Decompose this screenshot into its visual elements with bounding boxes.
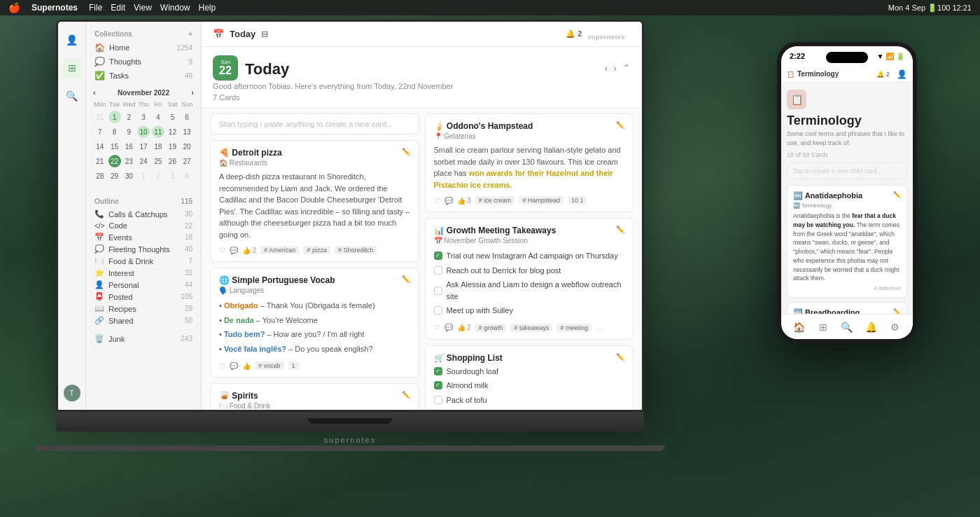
- outline-fleeting[interactable]: 💭 Fleeting Thoughts 40: [86, 243, 201, 255]
- cal-day-20[interactable]: 20: [181, 140, 193, 153]
- edit-icon[interactable]: ✏️: [402, 148, 410, 158]
- phone-profile-icon[interactable]: 👤: [897, 69, 907, 79]
- comment-icon-3[interactable]: 💬: [444, 197, 453, 205]
- cal-day-25[interactable]: 25: [152, 155, 164, 167]
- menu-view[interactable]: View: [134, 3, 152, 13]
- cal-day-1-next[interactable]: 1: [137, 170, 150, 182]
- comment-icon-4[interactable]: 💬: [444, 324, 453, 331]
- next-day[interactable]: ›: [613, 62, 617, 74]
- menu-window[interactable]: Window: [160, 3, 190, 13]
- cal-day-30[interactable]: 30: [122, 170, 135, 182]
- cal-day-22-today[interactable]: 22: [108, 155, 121, 167]
- cal-day-18[interactable]: 18: [152, 140, 164, 153]
- cal-day-6[interactable]: 6: [181, 111, 193, 123]
- todo-check-4[interactable]: [434, 306, 442, 315]
- calendar-next[interactable]: ›: [191, 88, 194, 97]
- heart-icon[interactable]: ♡: [219, 247, 225, 254]
- cal-day-24[interactable]: 24: [137, 155, 150, 167]
- phone-nav-home[interactable]: 🏠: [792, 320, 806, 334]
- phone-nav-bell[interactable]: 🔔: [864, 320, 878, 334]
- cal-day-29[interactable]: 29: [108, 170, 121, 182]
- outline-posted[interactable]: 📮 Posted 105: [86, 291, 201, 303]
- cal-day-3-next[interactable]: 3: [166, 170, 178, 182]
- phone-edit-icon-1[interactable]: ✏️: [893, 191, 901, 200]
- heart-icon-4[interactable]: ♡: [434, 324, 440, 331]
- prev-day[interactable]: ‹: [605, 62, 608, 74]
- sidebar-icon-search[interactable]: 🔍: [62, 86, 82, 106]
- cal-day-12[interactable]: 12: [166, 125, 178, 138]
- nav-thoughts[interactable]: 💭 Thoughts 9: [86, 55, 201, 69]
- comment-icon-2[interactable]: 💬: [230, 362, 238, 370]
- cal-day-5[interactable]: 5: [166, 111, 178, 123]
- cal-day-4-next[interactable]: 4: [181, 170, 193, 182]
- like-icon-4[interactable]: 👍 2: [457, 324, 471, 331]
- shop-check-1[interactable]: ✓: [434, 367, 442, 375]
- cal-day-2-next[interactable]: 2: [152, 170, 164, 182]
- nav-junk[interactable]: 🗑️ Junk 243: [86, 333, 201, 345]
- phone-edit-icon-2[interactable]: ✏️: [893, 308, 901, 314]
- calendar-prev[interactable]: ‹: [93, 88, 96, 97]
- cal-day-21[interactable]: 21: [94, 155, 106, 167]
- heart-icon-3[interactable]: ♡: [434, 197, 440, 205]
- user-avatar[interactable]: T: [64, 385, 80, 401]
- outline-personal[interactable]: 👤 Personal 44: [86, 279, 201, 291]
- outline-recipes[interactable]: 📖 Recipes 29: [86, 303, 201, 315]
- cal-day-15[interactable]: 15: [108, 140, 121, 153]
- notification-badge[interactable]: 🔔 2: [566, 29, 582, 39]
- edit-icon-3[interactable]: ✏️: [402, 391, 410, 401]
- edit-icon-4[interactable]: ✏️: [616, 121, 624, 131]
- todo-check-2[interactable]: [434, 266, 442, 275]
- cal-day-27[interactable]: 27: [181, 155, 193, 167]
- comment-icon[interactable]: 💬: [230, 247, 238, 254]
- sidebar-icon-grid[interactable]: ⊞: [62, 58, 82, 78]
- cal-day-14[interactable]: 14: [94, 140, 106, 153]
- collapse-icon[interactable]: ⌃: [622, 62, 631, 74]
- edit-icon-2[interactable]: ✏️: [402, 275, 410, 285]
- phone-nav-settings[interactable]: ⚙: [888, 320, 902, 334]
- edit-icon-5[interactable]: ✏️: [616, 226, 624, 235]
- phone-collection-name[interactable]: Terminology: [797, 70, 839, 78]
- menu-file[interactable]: File: [89, 3, 102, 13]
- outline-events[interactable]: 📅 Events 18: [86, 231, 201, 243]
- like-icon-3[interactable]: 👍 3: [457, 197, 471, 205]
- cal-day-16[interactable]: 16: [122, 140, 135, 153]
- cal-day-11[interactable]: 11: [152, 125, 164, 138]
- tab-today[interactable]: Today: [230, 29, 255, 39]
- cal-day-8[interactable]: 8: [108, 125, 121, 138]
- shop-check-3[interactable]: [434, 396, 442, 404]
- edit-icon-6[interactable]: ✏️: [616, 353, 624, 363]
- new-card-input[interactable]: Start typing / paste anything to create …: [210, 113, 419, 135]
- cal-day-31[interactable]: 31: [94, 111, 106, 123]
- todo-check-3[interactable]: [434, 287, 442, 295]
- nav-home[interactable]: 🏠 Home 1254: [86, 41, 201, 55]
- outline-shared[interactable]: 🔗 Shared 50: [86, 315, 201, 326]
- nav-tasks[interactable]: ✅ Tasks 46: [86, 69, 201, 83]
- cal-day-4[interactable]: 4: [152, 111, 164, 123]
- cal-day-1[interactable]: 1: [108, 111, 121, 123]
- menu-edit[interactable]: Edit: [111, 3, 125, 13]
- cal-day-17[interactable]: 17: [137, 140, 150, 153]
- outline-code[interactable]: </> Code 22: [86, 220, 201, 231]
- sidebar-icon-profile[interactable]: 👤: [62, 30, 82, 50]
- cal-day-23[interactable]: 23: [122, 155, 135, 167]
- filter-icon[interactable]: ⊟: [261, 29, 268, 39]
- cal-day-13[interactable]: 13: [181, 125, 193, 138]
- phone-new-card-input[interactable]: Tap to create a new child card...: [787, 163, 907, 179]
- cal-day-2[interactable]: 2: [122, 111, 135, 123]
- cal-day-19[interactable]: 19: [166, 140, 178, 153]
- phone-nav-grid[interactable]: ⊞: [816, 320, 830, 334]
- phone-nav-search[interactable]: 🔍: [840, 320, 854, 334]
- heart-icon-2[interactable]: ♡: [219, 362, 225, 370]
- cal-day-10[interactable]: 10: [137, 125, 150, 138]
- outline-interest[interactable]: ⭐ Interest 32: [86, 267, 201, 279]
- cal-day-26[interactable]: 26: [166, 155, 178, 167]
- outline-calls[interactable]: 📞 Calls & Catchups 30: [86, 208, 201, 220]
- like-icon-2[interactable]: 👍: [242, 362, 251, 370]
- shop-check-2[interactable]: ✓: [434, 381, 442, 390]
- menu-help[interactable]: Help: [199, 3, 216, 13]
- outline-food[interactable]: 🍽️ Food & Drink 7: [86, 255, 201, 267]
- cal-day-9[interactable]: 9: [122, 125, 135, 138]
- todo-check-1[interactable]: ✓: [434, 251, 442, 260]
- cal-day-7[interactable]: 7: [94, 125, 106, 138]
- cal-day-28[interactable]: 28: [94, 170, 106, 182]
